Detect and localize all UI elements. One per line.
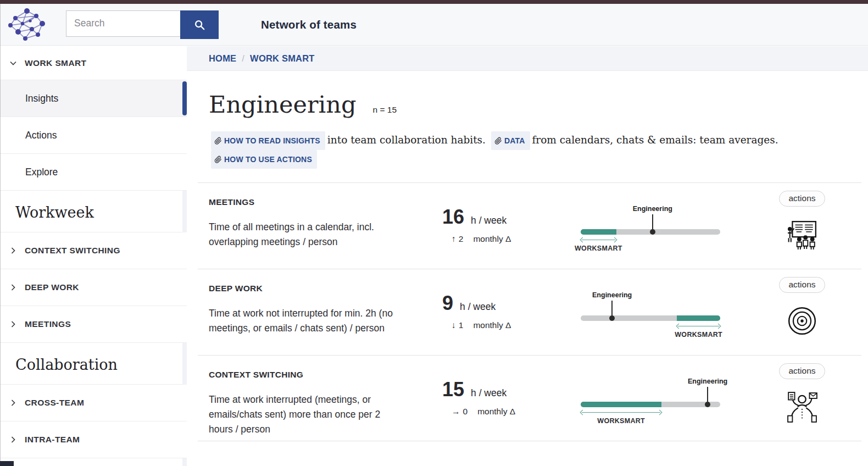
metric-name: CONTEXT SWITCHING [209, 370, 442, 380]
search-icon [193, 19, 205, 31]
metric-row-meetings: MEETINGS Time of all meetings in a calen… [198, 182, 861, 269]
actions-button[interactable]: actions [779, 191, 825, 207]
sidebar-item-intra-team[interactable]: INTRA-TEAM [0, 421, 187, 458]
metric-description: Time at work interrupted (meetings, or e… [209, 392, 398, 437]
team-marker-label: Engineering [592, 291, 632, 299]
marker-line [707, 387, 708, 403]
multitasking-person-icon [786, 391, 818, 423]
team-marker-label: Engineering [688, 378, 727, 385]
search-bar [66, 10, 219, 39]
delta-right-icon: → [452, 407, 460, 417]
metric-name: MEETINGS [209, 197, 442, 207]
sidebar-heading-workweek: Workweek [0, 191, 187, 232]
sidebar-item-meetings[interactable]: MEETINGS [0, 306, 187, 343]
meeting-presentation-icon [786, 219, 818, 251]
sidebar-item-deep-work[interactable]: DEEP WORK [0, 269, 187, 306]
sidebar-heading-collaboration: Collaboration [0, 343, 187, 385]
delta-label: monthly Δ [473, 234, 511, 244]
metric-unit: h / week [471, 387, 507, 399]
main-content: HOME / WORK SMART Engineering n = 15 HOW… [187, 46, 868, 466]
delta-value: 0 [463, 407, 468, 417]
range-label: WORKSMART [675, 331, 722, 339]
actions-button[interactable]: actions [779, 277, 825, 293]
metric-description: Time at work not interrupted for min. 2h… [209, 306, 398, 336]
metric-value: 16 [442, 206, 464, 229]
range-arrow-icon [581, 237, 616, 243]
bullseye-target-icon [786, 305, 818, 337]
range-arrow-icon [677, 324, 720, 329]
sidebar-section-label: WORK SMART [25, 58, 87, 68]
sidebar-item-label: Explore [25, 167, 58, 178]
sidebar-item-label: Actions [25, 130, 57, 141]
delta-label: monthly Δ [473, 320, 511, 330]
window-top-strip [0, 0, 868, 4]
metric-row-context-switching: CONTEXT SWITCHING Time at work interrupt… [198, 355, 861, 441]
team-marker-dot [650, 229, 655, 235]
delta-label: monthly Δ [477, 407, 515, 417]
search-input[interactable] [66, 10, 180, 37]
marker-line [652, 214, 653, 231]
metric-unit: h / week [460, 301, 496, 313]
sidebar-section-work-smart[interactable]: WORK SMART [0, 46, 187, 80]
chip-label: HOW TO READ INSIGHTS [224, 133, 320, 148]
breadcrumb-home-link[interactable]: HOME [209, 53, 236, 64]
sidebar-item-label: DEEP WORK [25, 282, 79, 292]
intro-text: into team collaboration habits. [327, 134, 486, 146]
breadcrumb-current-link[interactable]: WORK SMART [250, 53, 314, 64]
sidebar: WORK SMART Insights Actions Explore Work… [0, 46, 187, 466]
chevron-right-icon [9, 246, 18, 255]
chevron-right-icon [9, 435, 18, 444]
worksmart-range-fill [581, 229, 616, 235]
sidebar-item-insights[interactable]: Insights [0, 80, 187, 117]
data-link[interactable]: DATA [491, 131, 530, 150]
worksmart-range-fill [581, 402, 661, 407]
metric-value: 9 [442, 292, 453, 315]
worksmart-range-fill [677, 315, 720, 321]
intro-text: from calendars, chats & emails: team ave… [532, 134, 778, 146]
breadcrumb-separator: / [242, 53, 244, 64]
chevron-right-icon [9, 398, 18, 407]
how-to-use-actions-link[interactable]: HOW TO USE ACTIONS [211, 150, 317, 169]
delta-up-icon: ↑ [452, 234, 456, 244]
sidebar-item-actions[interactable]: Actions [0, 117, 187, 154]
paperclip-icon [214, 156, 222, 163]
intro-line: HOW TO READ INSIGHTSinto team collaborat… [209, 131, 861, 169]
sidebar-item-label: Insights [25, 93, 58, 104]
range-label: WORKSMART [597, 417, 645, 425]
app-title: Network of teams [261, 18, 357, 31]
delta-value: 1 [459, 320, 464, 330]
delta-value: 2 [459, 234, 464, 244]
selected-indicator [182, 81, 187, 115]
metric-rows: MEETINGS Time of all meetings in a calen… [198, 182, 861, 441]
delta-down-icon: ↓ [452, 320, 456, 330]
chip-label: HOW TO USE ACTIONS [224, 152, 312, 167]
sidebar-item-label: INTRA-TEAM [25, 435, 80, 445]
chevron-down-icon [9, 59, 18, 68]
bottom-left-artifact [0, 461, 14, 466]
search-button[interactable] [180, 10, 219, 39]
benchmark-bar: Engineering WORKSMART [581, 378, 720, 428]
metric-row-deep-work: DEEP WORK Time at work not interrupted f… [198, 269, 861, 355]
sidebar-item-context-switching[interactable]: CONTEXT SWITCHING [0, 232, 187, 269]
bar-track [581, 402, 720, 407]
marker-line [611, 301, 613, 317]
metric-name: DEEP WORK [209, 284, 442, 293]
chevron-right-icon [9, 283, 18, 292]
metric-description: Time of all meetings in a calendar, incl… [209, 220, 398, 249]
range-arrow-icon [581, 410, 661, 415]
network-logo[interactable] [5, 7, 48, 42]
sidebar-item-explore[interactable]: Explore [0, 154, 187, 191]
bar-track [581, 315, 720, 321]
benchmark-bar: Engineering WORKSMART [581, 205, 720, 256]
sidebar-item-label: CONTEXT SWITCHING [25, 246, 120, 256]
range-label: WORKSMART [575, 245, 622, 252]
how-to-read-insights-link[interactable]: HOW TO READ INSIGHTS [211, 131, 325, 150]
breadcrumb: HOME / WORK SMART [187, 46, 868, 71]
sidebar-item-label: CROSS-TEAM [25, 398, 84, 408]
page-title: Engineering [209, 91, 356, 118]
metric-unit: h / week [471, 215, 507, 226]
sidebar-item-label: MEETINGS [25, 319, 71, 329]
paperclip-icon [214, 137, 222, 145]
sidebar-item-cross-team[interactable]: CROSS-TEAM [0, 385, 187, 421]
actions-button[interactable]: actions [779, 363, 825, 379]
